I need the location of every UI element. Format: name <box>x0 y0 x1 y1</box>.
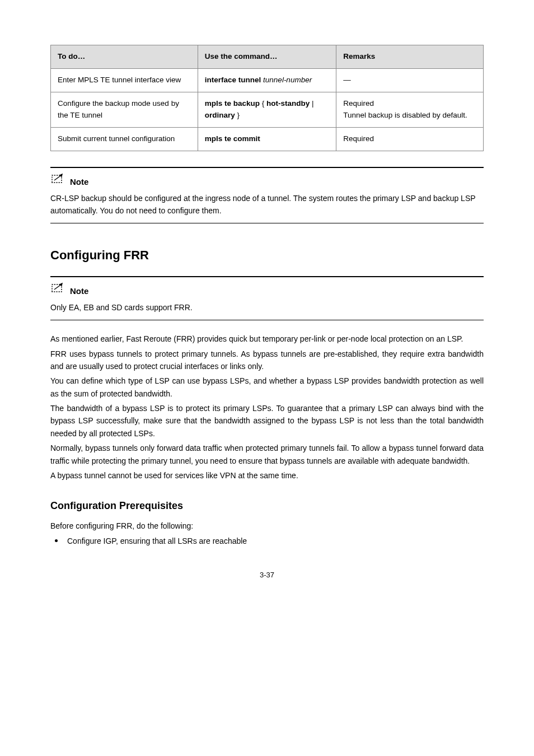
divider <box>50 320 484 320</box>
cmd-brace: { <box>260 99 266 108</box>
cell-command: interface tunnel tunnel-number <box>198 68 336 92</box>
cell-remarks: Required Tunnel backup is disabled by de… <box>336 92 484 127</box>
cmd-brace: } <box>235 111 240 119</box>
note-header: Note <box>50 282 484 298</box>
table-row: Submit current tunnel configuration mpls… <box>51 127 484 151</box>
th-todo: To do… <box>51 45 198 69</box>
cell-command: mpls te commit <box>198 127 336 151</box>
subheading: Configuration Prerequisites <box>50 498 484 514</box>
cmd-keyword: interface tunnel <box>205 76 261 84</box>
divider <box>50 223 484 223</box>
body-paragraph: As mentioned earlier, Fast Reroute (FRR)… <box>50 333 484 345</box>
config-table: To do… Use the command… Remarks Enter MP… <box>50 45 484 151</box>
bullet-list: Configure IGP, ensuring that all LSRs ar… <box>50 535 484 547</box>
cmd-option: ordinary <box>205 111 235 119</box>
divider <box>50 276 484 277</box>
cmd-sep: | <box>310 99 313 108</box>
page-number: 3-37 <box>50 570 484 581</box>
remarks-line: Tunnel backup is disabled by default. <box>343 110 476 122</box>
cell-todo: Enter MPLS TE tunnel interface view <box>51 68 198 92</box>
cmd-keyword: mpls te backup <box>205 99 260 108</box>
note-label: Note <box>70 175 88 188</box>
note-icon <box>50 172 66 189</box>
th-remarks: Remarks <box>336 45 484 69</box>
body-paragraph: A bypass tunnel cannot be used for servi… <box>50 469 484 482</box>
body-paragraph: Normally, bypass tunnels only forward da… <box>50 442 484 467</box>
cell-remarks: Required <box>336 127 484 151</box>
cell-todo: Submit current tunnel configuration <box>51 127 198 151</box>
remarks-line: Required <box>343 98 476 110</box>
body-paragraph: FRR uses bypass tunnels to protect prima… <box>50 348 484 373</box>
cmd-keyword: mpls te commit <box>205 134 260 143</box>
body-paragraph: The bandwidth of a bypass LSP is to prot… <box>50 402 484 440</box>
section-title: Configuring FRR <box>50 246 484 265</box>
note-body: Only EA, EB and SD cards support FRR. <box>50 302 484 314</box>
note-header: Note <box>50 172 484 189</box>
table-row: Configure the backup mode used by the TE… <box>51 92 484 127</box>
list-item: Configure IGP, ensuring that all LSRs ar… <box>64 535 484 547</box>
cmd-arg: tunnel-number <box>261 76 312 84</box>
cell-todo: Configure the backup mode used by the TE… <box>51 92 198 127</box>
note-body: CR-LSP backup should be configured at th… <box>50 193 484 217</box>
note-block: Note Only EA, EB and SD cards support FR… <box>50 282 484 314</box>
divider <box>50 167 484 168</box>
cmd-option: hot-standby <box>266 99 310 108</box>
body-paragraph: You can define which type of LSP can use… <box>50 375 484 400</box>
cell-remarks: — <box>336 68 484 92</box>
th-command: Use the command… <box>198 45 336 69</box>
prereq-intro: Before configuring FRR, do the following… <box>50 520 484 532</box>
note-icon <box>50 282 66 298</box>
note-label: Note <box>70 284 88 297</box>
cell-command: mpls te backup { hot-standby | ordinary … <box>198 92 336 127</box>
table-row: Enter MPLS TE tunnel interface view inte… <box>51 68 484 92</box>
note-block: Note CR-LSP backup should be configured … <box>50 172 484 217</box>
